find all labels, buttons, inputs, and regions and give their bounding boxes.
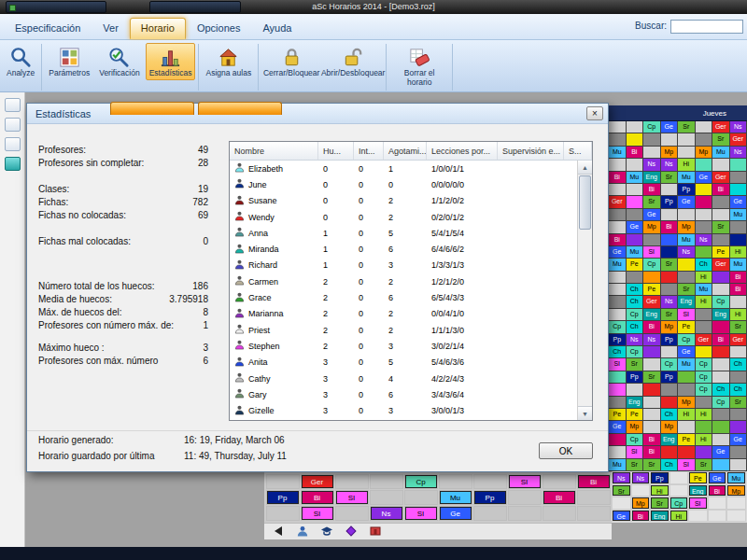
timetable-cell[interactable] [678,133,696,146]
timetable-cell[interactable]: Mu [712,147,730,159]
column-header-agotami[interactable]: Agotami... [384,142,427,160]
timetable-cell[interactable] [609,371,627,384]
timetable-cell[interactable]: Bi [609,234,627,246]
column-header-int[interactable]: Int... [354,142,384,160]
timetable-cell[interactable] [696,221,713,233]
timetable-cell[interactable] [661,246,679,259]
timetable-cell[interactable]: Ge [643,209,661,221]
lesson-card[interactable]: SI [302,507,333,520]
timetable-cell[interactable] [643,133,661,146]
timetable-cell[interactable]: Hi [678,159,696,171]
lesson-card[interactable]: Ns [613,472,630,483]
sidebar-icon-color[interactable] [5,157,21,171]
timetable-cell[interactable]: Ge [696,172,713,184]
timetable-cell[interactable]: Mp [696,147,713,159]
timetable-cell[interactable]: Ch [627,321,644,333]
timetable-cell[interactable]: Bi [643,434,661,446]
timetable-cell[interactable] [712,321,730,333]
timetable-cell[interactable]: Mu [609,147,627,159]
ok-button[interactable]: OK [539,442,593,459]
timetable-cell[interactable]: Bi [730,284,747,296]
timetable-cell[interactable] [712,272,730,284]
timetable-cell[interactable]: Hi [678,409,696,421]
timetable-cell[interactable] [643,409,661,421]
timetable-cell[interactable]: Bi [609,172,627,184]
column-header-s[interactable]: S... [564,142,592,160]
timetable-cell[interactable] [609,272,627,284]
lesson-card[interactable]: Mp [727,485,745,497]
timetable-cell[interactable] [609,384,627,396]
timetable-cell[interactable] [627,159,644,171]
timetable-cell[interactable]: Bi [661,221,679,233]
timetable-cell[interactable]: Ge [730,196,747,208]
timetable-cell[interactable]: Eng [643,172,661,184]
timetable-cell[interactable]: Cp [627,346,644,358]
ribbon-button-abrir-desbloquear[interactable]: Abrir/Desbloquear [323,43,383,80]
menu-tab-ver[interactable]: Ver [92,18,130,39]
timetable-cell[interactable] [712,459,730,471]
timetable-cell[interactable] [730,409,747,421]
lesson-card[interactable]: Sr [651,497,669,509]
timetable-cell[interactable]: Ns [661,296,679,308]
table-row-wendy[interactable]: Wendy0020/2/0/1/2 [230,209,577,225]
timetable-cell[interactable] [730,459,747,471]
table-row-elizabeth[interactable]: Elizabeth0011/0/0/1/1 [230,161,577,176]
timetable-cell[interactable]: Pp [678,184,696,196]
timetable-cell[interactable] [678,209,696,221]
lesson-card[interactable]: Bi [302,491,333,504]
menu-tab-especificacion[interactable]: Especificación [4,18,92,39]
lesson-card[interactable]: Cp [405,475,437,488]
timetable-cell[interactable] [730,446,747,458]
table-row-marianna[interactable]: Marianna2020/0/4/1/0 [230,306,577,322]
ribbon-button-analyze[interactable]: Analyze [3,43,38,80]
lesson-card[interactable]: Sr [613,485,630,497]
timetable-cell[interactable]: Eng [712,309,730,321]
timetable-cell[interactable] [627,209,644,221]
timetable-cell[interactable] [643,147,661,159]
timetable-cell[interactable] [712,434,730,446]
timetable-cell[interactable]: Cp [609,321,627,333]
timetable-cell[interactable] [696,159,713,171]
timetable-cell[interactable] [730,172,747,184]
timetable-cell[interactable]: Pp [661,334,679,346]
timetable-cell[interactable]: Sr [678,284,696,296]
timetable-cell[interactable]: Ge [609,246,627,259]
timetable-cell[interactable]: Sr [730,397,747,409]
timetable-cell[interactable]: Cp [627,434,644,446]
timetable-cell[interactable] [643,397,661,409]
timetable-cell[interactable]: Sr [643,371,661,384]
timetable-cell[interactable]: Ger [696,334,713,346]
lesson-card[interactable]: Pe [689,472,707,483]
timetable-cell[interactable]: Mp [661,421,679,433]
timetable-cell[interactable]: Mp [661,321,679,333]
sidebar-icon-open[interactable] [5,118,21,132]
timetable-cell[interactable]: Ch [696,259,713,271]
timetable-cell[interactable]: Ge [627,221,644,233]
timetable-cell[interactable]: SI [678,309,696,321]
timetable-cell[interactable]: Ge [609,421,627,433]
timetable-cell[interactable]: Hi [696,296,713,308]
lesson-card[interactable]: Eng [689,485,707,497]
timetable-cell[interactable]: Sr [730,321,747,333]
timetable-cell[interactable]: Ch [627,284,644,296]
timetable-cell[interactable] [712,371,730,384]
scroll-down-icon[interactable]: ▼ [578,406,592,420]
timetable-cell[interactable]: Mu [730,209,747,221]
timetable-cell[interactable]: SI [627,446,644,458]
timetable-cell[interactable]: Bi [627,147,644,159]
timetable-cell[interactable]: Bi [643,446,661,458]
timetable-cell[interactable] [712,196,730,208]
timetable-cell[interactable]: Ns [643,334,661,346]
timetable-cell[interactable] [730,371,747,384]
timetable-cell[interactable] [643,384,661,396]
lesson-card[interactable]: Ns [632,472,650,483]
timetable-cell[interactable]: Mu [627,172,644,184]
lesson-card[interactable]: Ge [440,507,472,520]
timetable-cell[interactable]: Ns [661,159,679,171]
timetable-cell[interactable] [712,234,730,246]
timetable-cell[interactable]: Sr [661,259,679,271]
timetable-cell[interactable] [661,184,679,196]
table-row-miranda[interactable]: Miranda1066/4/6/6/2 [230,241,577,257]
timetable-cell[interactable] [661,284,679,296]
timetable-cell[interactable] [609,446,627,458]
